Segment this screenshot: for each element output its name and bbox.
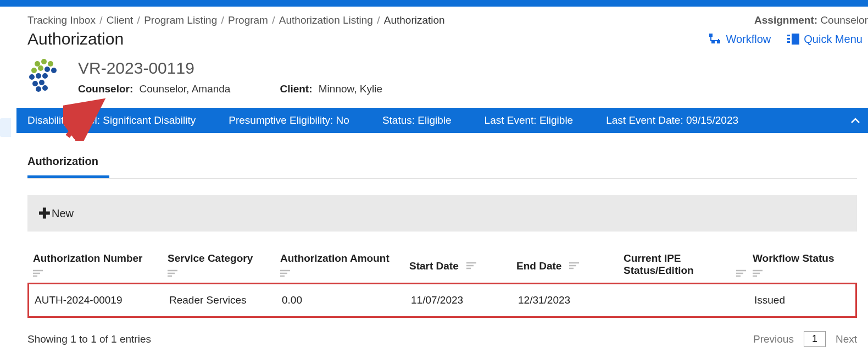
sort-icon[interactable] [33,268,168,280]
svg-rect-5 [718,39,719,41]
svg-rect-4 [710,40,719,41]
col-end-date[interactable]: End Date [516,252,624,280]
sort-icon[interactable] [466,260,477,272]
col-auth-amount[interactable]: Authorization Amount [280,252,409,280]
svg-point-12 [48,61,53,67]
sort-icon[interactable] [280,268,409,280]
record-bar: VR-2023-00119 Counselor: Counselor, Aman… [16,53,868,108]
svg-point-20 [32,81,38,86]
client-value: Minnow, Kylie [315,83,382,95]
svg-rect-6 [787,35,790,36]
svg-point-11 [41,59,47,64]
assignment-label: Assignment: [754,14,817,26]
plus-icon: ✚ [38,206,51,221]
sort-icon[interactable] [736,268,747,280]
grid-footer: Showing 1 to 1 of 1 entries Previous Nex… [27,331,857,347]
grid-header: Authorization Number Service Category Au… [27,248,857,284]
grid-toolbar: ✚ New [27,195,857,232]
workflow-icon [709,34,721,45]
cell-end-date: 12/31/2023 [518,294,625,306]
breadcrumb-current: Authorization [384,14,445,26]
pager: Previous Next [753,331,857,347]
header-actions: Workflow Quick Menu [709,33,868,46]
page-input[interactable] [804,331,826,347]
svg-point-16 [51,68,57,73]
cell-start-date: 11/07/2023 [411,294,518,306]
cell-auth-number: AUTH-2024-00019 [35,294,169,306]
svg-point-18 [36,73,41,79]
client-field: Client: Minnow, Kylie [280,83,382,95]
svg-point-10 [35,61,40,67]
sort-icon[interactable] [569,260,580,272]
previous-button[interactable]: Previous [753,333,794,345]
left-indicator [0,118,11,137]
new-button[interactable]: ✚ New [38,206,74,221]
collapse-icon[interactable] [850,114,860,126]
svg-point-17 [29,74,35,80]
svg-point-19 [42,73,48,79]
next-button[interactable]: Next [836,333,857,345]
counselor-label: Counselor: [78,83,133,95]
data-grid: Authorization Number Service Category Au… [27,248,857,318]
info-band-item: Presumptive Eligibility: No [229,114,349,126]
header-row: Authorization Workflow Quick Menu [16,30,868,53]
new-label: New [52,207,74,220]
record-meta: VR-2023-00119 Counselor: Counselor, Aman… [78,59,382,95]
svg-point-14 [38,65,43,71]
cell-ipe-status [625,294,754,306]
breadcrumb-link[interactable]: Program [228,14,268,26]
counselor-value: Counselor, Amanda [136,83,231,95]
breadcrumb-link[interactable]: Tracking Inbox [27,14,96,26]
svg-rect-8 [787,41,790,43]
breadcrumb-link[interactable]: Program Listing [144,14,217,26]
cell-amount: 0.00 [282,294,411,306]
breadcrumb-link[interactable]: Client [107,14,133,26]
info-band-item: Last Event Date: 09/15/2023 [606,114,738,126]
svg-rect-7 [787,38,790,40]
svg-point-22 [36,86,41,92]
svg-point-23 [42,85,48,91]
info-band-item: Disability Level: Significant Disability [27,114,196,126]
breadcrumb: Tracking Inbox / Client / Program Listin… [27,14,445,26]
svg-rect-9 [792,34,799,45]
col-service-category[interactable]: Service Category [168,252,280,280]
cell-service-category: Reader Services [169,294,282,306]
record-id: VR-2023-00119 [78,59,382,78]
workflow-label: Workflow [726,33,771,46]
table-row[interactable]: AUTH-2024-00019 Reader Services 0.00 11/… [27,283,857,318]
app-logo [27,58,67,96]
quick-menu-icon [787,34,799,45]
sort-icon[interactable] [753,268,852,280]
quick-menu-link[interactable]: Quick Menu [787,33,863,46]
client-label: Client: [280,83,312,95]
info-band-item: Status: Eligible [382,114,452,126]
info-band-item: Last Event: Eligible [485,114,574,126]
col-workflow-status[interactable]: Workflow Status [753,252,852,280]
svg-point-13 [31,68,37,73]
svg-point-15 [44,67,50,72]
assignment-value: Counselor [820,14,868,26]
sort-icon[interactable] [168,268,280,280]
workflow-link[interactable]: Workflow [709,33,771,46]
assignment: Assignment: Counselor [754,14,868,26]
breadcrumb-row: Tracking Inbox / Client / Program Listin… [16,7,868,30]
tabs: Authorization [27,150,857,179]
page-title: Authorization [27,30,124,48]
breadcrumb-link[interactable]: Authorization Listing [279,14,373,26]
col-ipe-status[interactable]: Current IPE Status/Edition [624,252,753,280]
svg-point-21 [39,80,44,85]
tab-authorization[interactable]: Authorization [27,150,109,178]
quick-menu-label: Quick Menu [804,33,863,46]
top-bar [0,0,868,7]
showing-text: Showing 1 to 1 of 1 entries [27,333,151,345]
record-fields: Counselor: Counselor, Amanda Client: Min… [78,83,382,95]
cell-workflow-status: Issued [754,294,850,306]
info-band: Disability Level: Significant Disability… [16,108,868,133]
col-auth-number[interactable]: Authorization Number [33,252,168,280]
counselor-field: Counselor: Counselor, Amanda [78,83,230,95]
col-start-date[interactable]: Start Date [409,252,516,280]
